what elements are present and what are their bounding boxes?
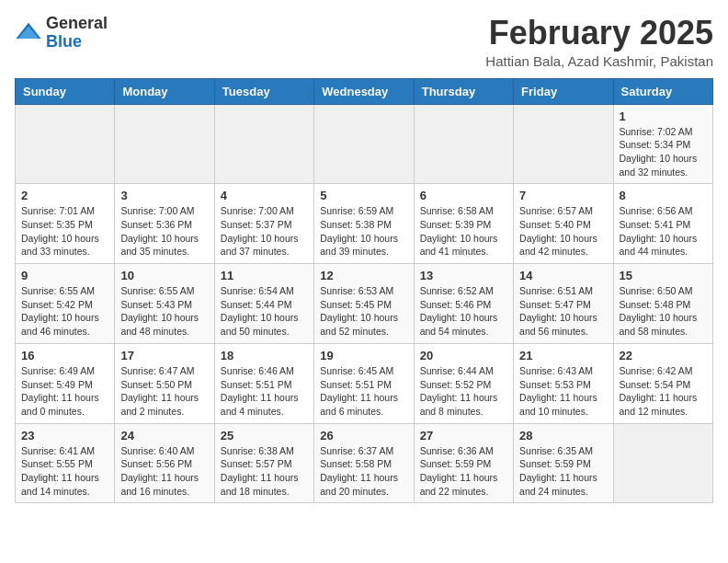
day-cell: 11Sunrise: 6:54 AM Sunset: 5:44 PM Dayli… — [214, 264, 313, 344]
day-info: Sunrise: 6:36 AM Sunset: 5:59 PM Dayligh… — [420, 444, 507, 499]
day-number: 6 — [420, 189, 507, 202]
day-number: 22 — [620, 349, 707, 362]
header-wednesday: Wednesday — [314, 78, 414, 104]
day-number: 7 — [519, 189, 607, 202]
day-cell — [214, 104, 313, 184]
day-number: 16 — [21, 349, 108, 362]
day-cell: 22Sunrise: 6:42 AM Sunset: 5:54 PM Dayli… — [613, 343, 712, 423]
day-number: 24 — [120, 429, 208, 442]
day-cell: 19Sunrise: 6:45 AM Sunset: 5:51 PM Dayli… — [314, 343, 414, 423]
day-number: 11 — [221, 269, 308, 282]
day-cell: 5Sunrise: 6:59 AM Sunset: 5:38 PM Daylig… — [314, 184, 414, 264]
header-thursday: Thursday — [414, 78, 513, 104]
day-info: Sunrise: 7:02 AM Sunset: 5:34 PM Dayligh… — [620, 125, 707, 179]
title-block: February 2025 Hattian Bala, Azad Kashmir… — [485, 15, 713, 69]
header-sunday: Sunday — [16, 78, 115, 104]
day-number: 13 — [420, 269, 507, 282]
day-cell: 4Sunrise: 7:00 AM Sunset: 5:37 PM Daylig… — [214, 184, 313, 264]
logo-icon — [15, 19, 42, 47]
page-header: General Blue February 2025 Hattian Bala,… — [15, 15, 713, 69]
day-info: Sunrise: 6:41 AM Sunset: 5:55 PM Dayligh… — [21, 444, 108, 499]
day-cell — [414, 104, 513, 184]
day-number: 27 — [420, 429, 507, 442]
week-row-0: 1Sunrise: 7:02 AM Sunset: 5:34 PM Daylig… — [16, 104, 713, 184]
day-cell: 6Sunrise: 6:58 AM Sunset: 5:39 PM Daylig… — [414, 184, 513, 264]
day-info: Sunrise: 6:35 AM Sunset: 5:59 PM Dayligh… — [519, 444, 607, 499]
logo-text: General Blue — [46, 15, 108, 52]
day-cell: 3Sunrise: 7:00 AM Sunset: 5:36 PM Daylig… — [115, 184, 214, 264]
day-number: 14 — [519, 269, 607, 282]
day-cell: 2Sunrise: 7:01 AM Sunset: 5:35 PM Daylig… — [16, 184, 115, 264]
day-info: Sunrise: 6:46 AM Sunset: 5:51 PM Dayligh… — [221, 364, 308, 419]
day-cell: 10Sunrise: 6:55 AM Sunset: 5:43 PM Dayli… — [115, 264, 214, 344]
day-cell — [16, 104, 115, 184]
day-number: 4 — [221, 189, 308, 202]
day-cell: 23Sunrise: 6:41 AM Sunset: 5:55 PM Dayli… — [16, 423, 115, 503]
day-number: 12 — [320, 269, 407, 282]
day-number: 9 — [21, 269, 108, 282]
header-row: SundayMondayTuesdayWednesdayThursdayFrid… — [16, 78, 713, 104]
day-info: Sunrise: 6:38 AM Sunset: 5:57 PM Dayligh… — [221, 444, 308, 499]
month-year: February 2025 — [485, 15, 713, 52]
day-info: Sunrise: 6:40 AM Sunset: 5:56 PM Dayligh… — [120, 444, 208, 499]
day-number: 18 — [221, 349, 308, 362]
logo: General Blue — [15, 15, 108, 52]
day-info: Sunrise: 6:56 AM Sunset: 5:41 PM Dayligh… — [620, 204, 707, 259]
day-cell: 27Sunrise: 6:36 AM Sunset: 5:59 PM Dayli… — [414, 423, 513, 503]
day-number: 3 — [120, 189, 208, 202]
day-cell: 25Sunrise: 6:38 AM Sunset: 5:57 PM Dayli… — [214, 423, 313, 503]
day-number: 20 — [420, 349, 507, 362]
location: Hattian Bala, Azad Kashmir, Pakistan — [485, 53, 713, 69]
day-number: 21 — [519, 349, 607, 362]
week-row-1: 2Sunrise: 7:01 AM Sunset: 5:35 PM Daylig… — [16, 184, 713, 264]
day-number: 1 — [620, 109, 707, 123]
header-monday: Monday — [115, 78, 214, 104]
day-cell — [314, 104, 414, 184]
day-info: Sunrise: 6:37 AM Sunset: 5:58 PM Dayligh… — [320, 444, 407, 499]
day-info: Sunrise: 7:01 AM Sunset: 5:35 PM Dayligh… — [21, 204, 108, 259]
day-number: 17 — [120, 349, 208, 362]
week-row-2: 9Sunrise: 6:55 AM Sunset: 5:42 PM Daylig… — [16, 264, 713, 344]
day-cell: 20Sunrise: 6:44 AM Sunset: 5:52 PM Dayli… — [414, 343, 513, 423]
day-cell: 8Sunrise: 6:56 AM Sunset: 5:41 PM Daylig… — [613, 184, 712, 264]
day-number: 25 — [221, 429, 308, 442]
day-info: Sunrise: 7:00 AM Sunset: 5:36 PM Dayligh… — [120, 204, 208, 259]
day-info: Sunrise: 6:57 AM Sunset: 5:40 PM Dayligh… — [519, 204, 607, 259]
day-cell: 15Sunrise: 6:50 AM Sunset: 5:48 PM Dayli… — [613, 264, 712, 344]
week-row-4: 23Sunrise: 6:41 AM Sunset: 5:55 PM Dayli… — [16, 423, 713, 503]
day-cell: 12Sunrise: 6:53 AM Sunset: 5:45 PM Dayli… — [314, 264, 414, 344]
calendar-body: 1Sunrise: 7:02 AM Sunset: 5:34 PM Daylig… — [16, 104, 713, 503]
calendar-header: SundayMondayTuesdayWednesdayThursdayFrid… — [16, 78, 713, 104]
calendar: SundayMondayTuesdayWednesdayThursdayFrid… — [15, 78, 713, 504]
day-info: Sunrise: 6:50 AM Sunset: 5:48 PM Dayligh… — [620, 284, 707, 339]
header-saturday: Saturday — [613, 78, 712, 104]
day-info: Sunrise: 6:47 AM Sunset: 5:50 PM Dayligh… — [120, 364, 208, 419]
day-cell: 17Sunrise: 6:47 AM Sunset: 5:50 PM Dayli… — [115, 343, 214, 423]
day-cell — [514, 104, 613, 184]
day-info: Sunrise: 6:49 AM Sunset: 5:49 PM Dayligh… — [21, 364, 108, 419]
day-info: Sunrise: 6:52 AM Sunset: 5:46 PM Dayligh… — [420, 284, 507, 339]
day-cell: 13Sunrise: 6:52 AM Sunset: 5:46 PM Dayli… — [414, 264, 513, 344]
day-cell: 9Sunrise: 6:55 AM Sunset: 5:42 PM Daylig… — [16, 264, 115, 344]
day-info: Sunrise: 6:44 AM Sunset: 5:52 PM Dayligh… — [420, 364, 507, 419]
day-cell: 18Sunrise: 6:46 AM Sunset: 5:51 PM Dayli… — [214, 343, 313, 423]
header-friday: Friday — [514, 78, 613, 104]
day-cell: 26Sunrise: 6:37 AM Sunset: 5:58 PM Dayli… — [314, 423, 414, 503]
day-cell: 7Sunrise: 6:57 AM Sunset: 5:40 PM Daylig… — [514, 184, 613, 264]
day-number: 26 — [320, 429, 407, 442]
day-info: Sunrise: 6:55 AM Sunset: 5:43 PM Dayligh… — [120, 284, 208, 339]
day-info: Sunrise: 7:00 AM Sunset: 5:37 PM Dayligh… — [221, 204, 308, 259]
day-info: Sunrise: 6:45 AM Sunset: 5:51 PM Dayligh… — [320, 364, 407, 419]
day-cell: 24Sunrise: 6:40 AM Sunset: 5:56 PM Dayli… — [115, 423, 214, 503]
day-cell: 16Sunrise: 6:49 AM Sunset: 5:49 PM Dayli… — [16, 343, 115, 423]
day-info: Sunrise: 6:53 AM Sunset: 5:45 PM Dayligh… — [320, 284, 407, 339]
day-info: Sunrise: 6:42 AM Sunset: 5:54 PM Dayligh… — [620, 364, 707, 419]
day-number: 5 — [320, 189, 407, 202]
day-info: Sunrise: 6:54 AM Sunset: 5:44 PM Dayligh… — [221, 284, 308, 339]
day-number: 19 — [320, 349, 407, 362]
day-info: Sunrise: 6:59 AM Sunset: 5:38 PM Dayligh… — [320, 204, 407, 259]
day-number: 10 — [120, 269, 208, 282]
day-info: Sunrise: 6:43 AM Sunset: 5:53 PM Dayligh… — [519, 364, 607, 419]
week-row-3: 16Sunrise: 6:49 AM Sunset: 5:49 PM Dayli… — [16, 343, 713, 423]
header-tuesday: Tuesday — [214, 78, 313, 104]
